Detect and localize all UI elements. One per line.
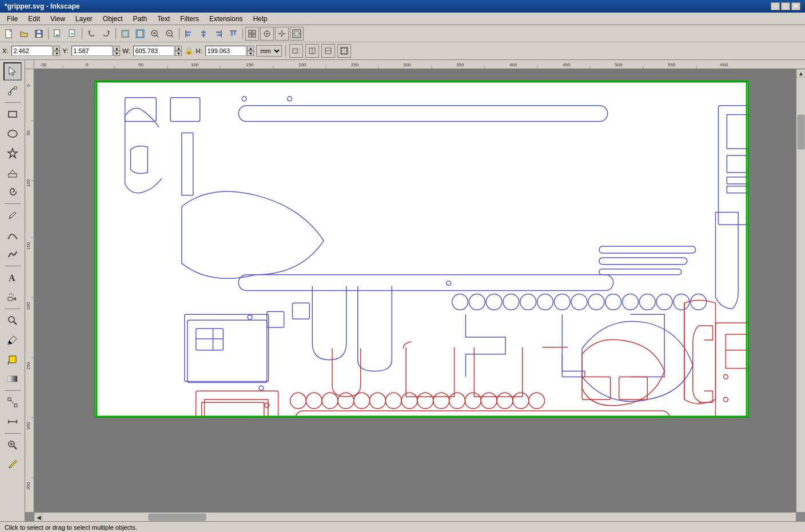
svg-point-180 (449, 393, 465, 409)
tool-calligraphy[interactable] (3, 245, 22, 263)
tool-dropper[interactable] (3, 331, 22, 349)
h-input[interactable] (205, 46, 246, 56)
menu-layer[interactable]: Layer (71, 14, 97, 24)
svg-text:200: 200 (298, 62, 306, 67)
open-button[interactable] (17, 27, 31, 41)
align-center-h[interactable] (197, 27, 210, 41)
w-spin-up[interactable]: ▲ (175, 46, 182, 51)
close-button[interactable]: ✕ (791, 2, 800, 10)
svg-point-149 (588, 294, 604, 310)
svg-point-199 (265, 403, 269, 407)
maximize-button[interactable]: □ (781, 2, 790, 10)
svg-point-144 (503, 294, 519, 310)
tool-spray[interactable] (3, 288, 22, 306)
y-spin-down[interactable]: ▼ (113, 51, 120, 56)
canvas-viewport[interactable] (34, 69, 805, 512)
svg-rect-160 (727, 186, 748, 193)
tool-measure[interactable] (3, 413, 22, 431)
h-spin-down[interactable]: ▼ (247, 51, 254, 56)
svg-point-177 (401, 393, 417, 409)
undo-button[interactable] (85, 27, 98, 41)
tool-zoom[interactable] (3, 311, 22, 330)
svg-line-17 (172, 35, 174, 37)
menu-help[interactable]: Help (249, 14, 272, 24)
save-button[interactable] (32, 27, 46, 41)
transform-btn1[interactable] (289, 44, 303, 58)
menu-path[interactable]: Path (129, 14, 152, 24)
svg-rect-2 (37, 30, 41, 33)
snap-button2[interactable] (260, 27, 274, 41)
tool-bezier[interactable] (3, 226, 22, 244)
svg-rect-205 (97, 82, 747, 417)
sep4 (179, 28, 180, 39)
tool-ellipse[interactable] (3, 125, 22, 143)
menu-edit[interactable]: Edit (23, 14, 45, 24)
svg-point-53 (341, 48, 342, 49)
snap-button1[interactable] (245, 27, 259, 41)
align-right[interactable] (212, 27, 225, 41)
x-input[interactable] (11, 46, 53, 56)
tool-sep2 (5, 203, 21, 204)
menu-extensions[interactable]: Extensions (205, 14, 248, 24)
tool-pencil[interactable] (3, 206, 22, 225)
main-area: A (0, 60, 805, 521)
align-left[interactable] (182, 27, 196, 41)
menu-text[interactable]: Text (153, 14, 174, 24)
tool-text[interactable]: A (3, 269, 22, 287)
tool-gradient[interactable] (3, 370, 22, 388)
tool-star[interactable] (3, 144, 22, 162)
h-spin-up[interactable]: ▲ (247, 46, 254, 51)
tool-rect[interactable] (3, 105, 22, 123)
horizontal-scrollbar[interactable]: ◀ (34, 512, 796, 521)
menu-view[interactable]: View (46, 14, 70, 24)
svg-rect-132 (238, 106, 608, 122)
svg-line-75 (14, 322, 17, 325)
snap-button3[interactable] (275, 27, 289, 41)
unit-select[interactable]: mm px cm in pt (256, 45, 282, 57)
title-bar-buttons: ─ □ ✕ (771, 2, 800, 10)
menu-file[interactable]: File (2, 14, 22, 24)
tool-paint-bucket[interactable] (3, 350, 22, 369)
zoom-fit-drawing[interactable] (118, 27, 132, 41)
tool-selector[interactable] (3, 62, 22, 81)
transform-btn4[interactable] (337, 44, 351, 58)
tool-3dbox[interactable] (3, 163, 22, 182)
y-spin-up[interactable]: ▲ (113, 46, 120, 51)
new-button[interactable] (2, 27, 16, 41)
ruler-top: -50 0 50 100 150 200 250 300 350 400 (34, 60, 805, 69)
redo-button[interactable] (99, 27, 113, 41)
svg-rect-10 (137, 30, 143, 37)
svg-rect-137 (185, 314, 269, 381)
svg-rect-9 (123, 31, 127, 36)
svg-text:200: 200 (26, 302, 31, 310)
x-spin-up[interactable]: ▲ (53, 46, 60, 51)
y-input[interactable] (71, 46, 113, 56)
snap-button4[interactable] (290, 27, 304, 41)
tool-node-edit[interactable] (3, 82, 22, 100)
tool-connector[interactable] (3, 393, 22, 411)
import-button[interactable] (51, 27, 65, 41)
zoom-out-button[interactable] (163, 27, 177, 41)
zoom-in-button[interactable] (148, 27, 162, 41)
tool-pencil2[interactable] (3, 455, 22, 474)
tool-zoom2[interactable] (3, 436, 22, 454)
align-top[interactable] (226, 27, 240, 41)
minimize-button[interactable]: ─ (771, 2, 780, 10)
tool-spiral[interactable] (3, 183, 22, 201)
x-spin-down[interactable]: ▼ (53, 51, 60, 56)
w-input[interactable] (133, 46, 174, 56)
vertical-scrollbar[interactable]: ▲ (796, 69, 805, 512)
transform-btn2[interactable] (305, 44, 319, 58)
svg-text:300: 300 (26, 422, 31, 430)
lock-icon[interactable]: 🔒 (184, 46, 193, 55)
transform-btn3[interactable] (321, 44, 335, 58)
svg-rect-78 (8, 398, 11, 401)
svg-point-146 (537, 294, 553, 310)
zoom-fit-page[interactable] (133, 27, 147, 41)
canvas-area[interactable]: -50 0 50 100 150 200 250 300 350 400 (25, 60, 805, 521)
menu-object[interactable]: Object (98, 14, 127, 24)
w-spin-down[interactable]: ▼ (175, 51, 182, 56)
menu-filters[interactable]: Filters (176, 14, 204, 24)
export-button[interactable] (66, 27, 79, 41)
tool-sep6 (5, 433, 21, 434)
